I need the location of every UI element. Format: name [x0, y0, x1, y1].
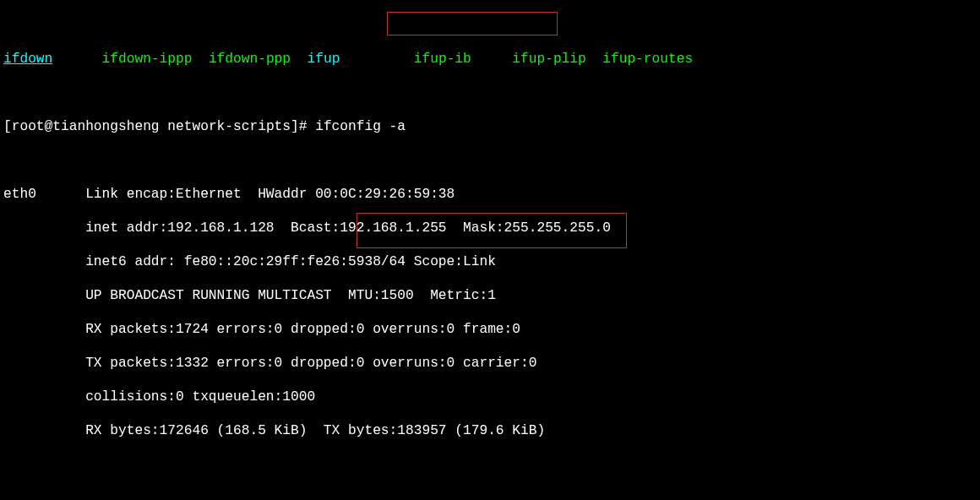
file-ifup-ib: ifup-ib — [414, 51, 471, 68]
eth0-line8: RX bytes:172646 (168.5 KiB) TX bytes:183… — [3, 422, 977, 439]
eth0-line6: TX packets:1332 errors:0 dropped:0 overr… — [3, 355, 977, 372]
blank — [3, 473, 977, 490]
file-ifdown-ippp: ifdown-ippp — [102, 51, 193, 68]
eth0-iface: eth0 — [3, 187, 36, 202]
eth0-line2: inet addr:192.168.1.128 Bcast:192.168.1.… — [3, 220, 977, 236]
file-ifdown-ppp: ifdown-ppp — [209, 51, 291, 68]
prompt-line-1: [root@tianhongsheng network-scripts]# if… — [3, 118, 977, 135]
highlight-box-command — [387, 12, 558, 35]
eth0-line1: eth0 Link encap:Ethernet HWaddr 00:0C:29… — [3, 186, 977, 203]
file-list: ifdown ifdown-ippp ifdown-ppp ifup ifup-… — [3, 51, 977, 68]
eth0-line7: collisions:0 txqueuelen:1000 — [3, 389, 977, 405]
file-ifup: ifup — [307, 51, 340, 68]
eth0-line3: inet6 addr: fe80::20c:29ff:fe26:5938/64 … — [3, 253, 977, 270]
prompt-user: root — [12, 119, 45, 134]
prompt-host: tianhongsheng — [52, 119, 159, 134]
file-ifup-plip: ifup-plip — [512, 51, 585, 68]
command-text[interactable]: ifconfig -a — [315, 119, 406, 134]
prompt-dir: network-scripts — [167, 119, 291, 134]
file-ifdown: ifdown — [3, 51, 52, 68]
file-ifup-routes: ifup-routes — [602, 51, 693, 68]
eth0-line4: UP BROADCAST RUNNING MULTICAST MTU:1500 … — [3, 287, 977, 304]
terminal[interactable]: ifdown ifdown-ippp ifdown-ppp ifup ifup-… — [0, 0, 980, 500]
eth0-line5: RX packets:1724 errors:0 dropped:0 overr… — [3, 321, 977, 338]
